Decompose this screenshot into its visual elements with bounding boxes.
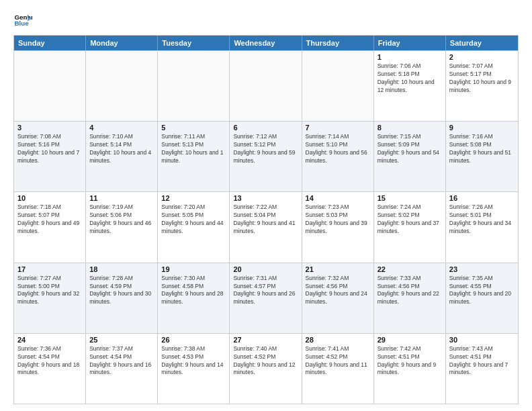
calendar-cell: 21Sunrise: 7:32 AM Sunset: 4:56 PM Dayli…: [302, 263, 374, 333]
calendar-cell: 18Sunrise: 7:28 AM Sunset: 4:59 PM Dayli…: [86, 263, 158, 333]
cell-info: Sunrise: 7:15 AM Sunset: 5:09 PM Dayligh…: [378, 133, 442, 165]
cell-info: Sunrise: 7:30 AM Sunset: 4:58 PM Dayligh…: [161, 275, 226, 307]
cell-info: Sunrise: 7:26 AM Sunset: 5:01 PM Dayligh…: [449, 203, 515, 236]
calendar-cell: 5Sunrise: 7:11 AM Sunset: 5:13 PM Daylig…: [158, 122, 230, 191]
svg-text:Blue: Blue: [14, 19, 29, 27]
day-number: 9: [449, 124, 515, 132]
day-number: 16: [449, 194, 515, 202]
day-number: 12: [161, 194, 226, 202]
calendar-cell: [14, 51, 86, 121]
logo: General Blue: [13, 11, 32, 30]
day-number: 22: [378, 265, 442, 273]
calendar-cell: 15Sunrise: 7:24 AM Sunset: 5:02 PM Dayli…: [374, 192, 446, 262]
cell-info: Sunrise: 7:07 AM Sunset: 5:17 PM Dayligh…: [449, 62, 515, 95]
day-number: 2: [449, 53, 515, 61]
calendar-row: 3Sunrise: 7:08 AM Sunset: 5:16 PM Daylig…: [14, 121, 518, 191]
day-number: 30: [449, 336, 515, 344]
day-number: 8: [378, 124, 442, 132]
calendar-row: 1Sunrise: 7:06 AM Sunset: 5:18 PM Daylig…: [14, 50, 518, 121]
cell-info: Sunrise: 7:35 AM Sunset: 4:55 PM Dayligh…: [449, 275, 515, 307]
calendar-cell: 13Sunrise: 7:22 AM Sunset: 5:04 PM Dayli…: [230, 192, 302, 262]
calendar-cell: 24Sunrise: 7:36 AM Sunset: 4:54 PM Dayli…: [14, 334, 86, 404]
cell-info: Sunrise: 7:37 AM Sunset: 4:54 PM Dayligh…: [89, 345, 154, 377]
cell-info: Sunrise: 7:27 AM Sunset: 5:00 PM Dayligh…: [17, 275, 82, 307]
day-number: 1: [378, 53, 442, 61]
cell-info: Sunrise: 7:41 AM Sunset: 4:52 PM Dayligh…: [306, 345, 370, 377]
cell-info: Sunrise: 7:19 AM Sunset: 5:06 PM Dayligh…: [89, 203, 154, 236]
cell-info: Sunrise: 7:43 AM Sunset: 4:51 PM Dayligh…: [449, 345, 515, 377]
calendar-cell: 22Sunrise: 7:33 AM Sunset: 4:56 PM Dayli…: [374, 263, 446, 333]
calendar-cell: 29Sunrise: 7:42 AM Sunset: 4:51 PM Dayli…: [374, 334, 446, 404]
day-number: 24: [17, 336, 82, 344]
cell-info: Sunrise: 7:31 AM Sunset: 4:57 PM Dayligh…: [233, 275, 298, 307]
day-number: 11: [89, 194, 154, 202]
calendar-cell: 4Sunrise: 7:10 AM Sunset: 5:14 PM Daylig…: [86, 122, 158, 191]
cell-info: Sunrise: 7:33 AM Sunset: 4:56 PM Dayligh…: [378, 275, 442, 307]
weekday-header: Wednesday: [230, 36, 302, 50]
day-number: 6: [233, 124, 298, 132]
calendar-cell: 14Sunrise: 7:23 AM Sunset: 5:03 PM Dayli…: [302, 192, 374, 262]
day-number: 7: [306, 124, 370, 132]
calendar-cell: [158, 51, 230, 121]
day-number: 13: [233, 194, 298, 202]
day-number: 20: [233, 265, 298, 273]
calendar-cell: 12Sunrise: 7:20 AM Sunset: 5:05 PM Dayli…: [158, 192, 230, 262]
cell-info: Sunrise: 7:10 AM Sunset: 5:14 PM Dayligh…: [89, 133, 154, 165]
calendar-cell: 16Sunrise: 7:26 AM Sunset: 5:01 PM Dayli…: [446, 192, 518, 262]
calendar-row: 24Sunrise: 7:36 AM Sunset: 4:54 PM Dayli…: [14, 333, 518, 404]
calendar-cell: 23Sunrise: 7:35 AM Sunset: 4:55 PM Dayli…: [446, 263, 518, 333]
calendar-cell: 30Sunrise: 7:43 AM Sunset: 4:51 PM Dayli…: [446, 334, 518, 404]
weekday-header: Saturday: [446, 36, 518, 50]
cell-info: Sunrise: 7:24 AM Sunset: 5:02 PM Dayligh…: [378, 203, 442, 236]
calendar-row: 17Sunrise: 7:27 AM Sunset: 5:00 PM Dayli…: [14, 263, 518, 333]
weekday-header: Thursday: [302, 36, 374, 50]
calendar-cell: 8Sunrise: 7:15 AM Sunset: 5:09 PM Daylig…: [374, 122, 446, 191]
day-number: 5: [161, 124, 226, 132]
day-number: 27: [233, 336, 298, 344]
calendar-cell: [302, 51, 374, 121]
calendar-cell: [86, 51, 158, 121]
cell-info: Sunrise: 7:32 AM Sunset: 4:56 PM Dayligh…: [306, 275, 370, 307]
calendar-row: 10Sunrise: 7:18 AM Sunset: 5:07 PM Dayli…: [14, 191, 518, 262]
cell-info: Sunrise: 7:20 AM Sunset: 5:05 PM Dayligh…: [161, 203, 226, 236]
weekday-header: Tuesday: [158, 36, 230, 50]
day-number: 17: [17, 265, 82, 273]
cell-info: Sunrise: 7:40 AM Sunset: 4:52 PM Dayligh…: [233, 345, 298, 377]
cell-info: Sunrise: 7:06 AM Sunset: 5:18 PM Dayligh…: [378, 62, 442, 95]
day-number: 21: [306, 265, 370, 273]
page-header: General Blue: [13, 11, 519, 30]
calendar-cell: 10Sunrise: 7:18 AM Sunset: 5:07 PM Dayli…: [14, 192, 86, 262]
calendar-cell: 1Sunrise: 7:06 AM Sunset: 5:18 PM Daylig…: [374, 51, 446, 121]
cell-info: Sunrise: 7:28 AM Sunset: 4:59 PM Dayligh…: [89, 275, 154, 307]
calendar-cell: 3Sunrise: 7:08 AM Sunset: 5:16 PM Daylig…: [14, 122, 86, 191]
calendar-cell: 6Sunrise: 7:12 AM Sunset: 5:12 PM Daylig…: [230, 122, 302, 191]
day-number: 10: [17, 194, 82, 202]
cell-info: Sunrise: 7:11 AM Sunset: 5:13 PM Dayligh…: [161, 133, 226, 165]
cell-info: Sunrise: 7:42 AM Sunset: 4:51 PM Dayligh…: [378, 345, 442, 377]
cell-info: Sunrise: 7:16 AM Sunset: 5:08 PM Dayligh…: [449, 133, 515, 165]
day-number: 29: [378, 336, 442, 344]
calendar-cell: 25Sunrise: 7:37 AM Sunset: 4:54 PM Dayli…: [86, 334, 158, 404]
day-number: 18: [89, 265, 154, 273]
calendar-cell: 28Sunrise: 7:41 AM Sunset: 4:52 PM Dayli…: [302, 334, 374, 404]
day-number: 3: [17, 124, 82, 132]
day-number: 15: [378, 194, 442, 202]
day-number: 4: [89, 124, 154, 132]
logo-icon: General Blue: [13, 11, 32, 30]
calendar-cell: 7Sunrise: 7:14 AM Sunset: 5:10 PM Daylig…: [302, 122, 374, 191]
day-number: 25: [89, 336, 154, 344]
cell-info: Sunrise: 7:12 AM Sunset: 5:12 PM Dayligh…: [233, 133, 298, 165]
calendar-cell: 27Sunrise: 7:40 AM Sunset: 4:52 PM Dayli…: [230, 334, 302, 404]
calendar-cell: 11Sunrise: 7:19 AM Sunset: 5:06 PM Dayli…: [86, 192, 158, 262]
day-number: 14: [306, 194, 370, 202]
calendar-cell: 20Sunrise: 7:31 AM Sunset: 4:57 PM Dayli…: [230, 263, 302, 333]
day-number: 26: [161, 336, 226, 344]
weekday-header: Sunday: [14, 36, 86, 50]
cell-info: Sunrise: 7:08 AM Sunset: 5:16 PM Dayligh…: [17, 133, 82, 165]
calendar-cell: [230, 51, 302, 121]
cell-info: Sunrise: 7:38 AM Sunset: 4:53 PM Dayligh…: [161, 345, 226, 377]
calendar-header: SundayMondayTuesdayWednesdayThursdayFrid…: [14, 36, 518, 50]
cell-info: Sunrise: 7:22 AM Sunset: 5:04 PM Dayligh…: [233, 203, 298, 236]
cell-info: Sunrise: 7:23 AM Sunset: 5:03 PM Dayligh…: [306, 203, 370, 236]
calendar-cell: 9Sunrise: 7:16 AM Sunset: 5:08 PM Daylig…: [446, 122, 518, 191]
